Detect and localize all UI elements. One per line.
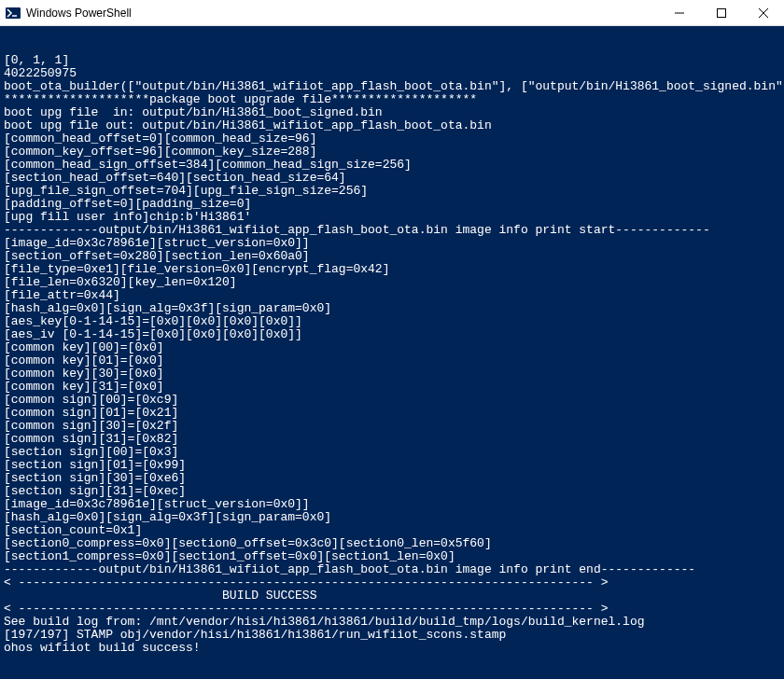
terminal-line: -------------output/bin/Hi3861_wifiiot_a…	[4, 224, 780, 237]
terminal-line: [section sign][30]=[0xe6]	[4, 472, 780, 485]
terminal-line: [common sign][01]=[0x21]	[4, 407, 780, 420]
terminal-line: [common key][00]=[0x0]	[4, 341, 780, 354]
title-bar: Windows PowerShell	[0, 0, 784, 26]
terminal-line: [hash_alg=0x0][sign_alg=0x3f][sign_param…	[4, 511, 780, 524]
terminal-line: boot upg file in: output/bin/Hi3861_boot…	[4, 106, 780, 119]
terminal-line: boot upg file out: output/bin/Hi3861_wif…	[4, 119, 780, 132]
terminal-line: [aes_key[0-1-14-15]=[0x0][0x0][0x0][0x0]…	[4, 315, 780, 328]
terminal-line: [section1_compress=0x0][section1_offset=…	[4, 550, 780, 563]
terminal-line: [common key][30]=[0x0]	[4, 367, 780, 381]
terminal-line: [common_head_sign_offset=384][common_hea…	[4, 159, 780, 172]
terminal-line: < --------------------------------------…	[4, 603, 780, 616]
terminal-line: [section_offset=0x280][section_len=0x60a…	[4, 250, 780, 263]
terminal-line: [file_attr=0x44]	[4, 289, 780, 302]
terminal-line: boot_ota_builder(["output/bin/Hi3861_wif…	[4, 80, 780, 93]
maximize-button[interactable]	[700, 0, 742, 26]
close-button[interactable]	[742, 0, 784, 26]
terminal-line: [image_id=0x3c78961e][struct_version=0x0…	[4, 498, 780, 511]
terminal-line: [common_key_offset=96][common_key_size=2…	[4, 146, 780, 159]
terminal-line: [image_id=0x3c78961e][struct_version=0x0…	[4, 237, 780, 250]
terminal-line: [section sign][01]=[0x99]	[4, 459, 780, 472]
terminal-line: [aes_iv [0-1-14-15]=[0x0][0x0][0x0][0x0]…	[4, 328, 780, 341]
terminal-line: [section_count=0x1]	[4, 524, 780, 537]
window-controls	[658, 0, 784, 25]
terminal-line: 4022250975	[4, 67, 780, 80]
terminal-line: [common_head_offset=0][common_head_size=…	[4, 132, 780, 146]
terminal-line: [0, 1, 1]	[4, 54, 780, 67]
terminal-line: -------------output/bin/Hi3861_wifiiot_a…	[4, 563, 780, 576]
terminal-line: < --------------------------------------…	[4, 576, 780, 589]
terminal-line: BUILD SUCCESS	[4, 589, 780, 603]
terminal-line: [197/197] STAMP obj/vendor/hisi/hi3861/h…	[4, 629, 780, 642]
terminal-line: [file_type=0xe1][file_version=0x0][encry…	[4, 263, 780, 276]
terminal-line: [upg_file_sign_offset=704][upg_file_sign…	[4, 185, 780, 198]
terminal-line: ********************package boot upgrade…	[4, 93, 780, 106]
svg-rect-3	[717, 9, 725, 18]
title-left: Windows PowerShell	[6, 6, 132, 21]
window-title: Windows PowerShell	[26, 7, 132, 20]
terminal-line: ohos wifiiot build success!	[4, 642, 780, 655]
terminal-line: [section sign][31]=[0xec]	[4, 485, 780, 498]
terminal-line: [padding_offset=0][padding_size=0]	[4, 198, 780, 211]
terminal-line: [section_head_offset=640][section_head_s…	[4, 172, 780, 185]
terminal-line: [common sign][31]=[0x82]	[4, 433, 780, 446]
minimize-button[interactable]	[658, 0, 700, 26]
terminal-output[interactable]: [0, 1, 1]4022250975boot_ota_builder(["ou…	[0, 26, 784, 679]
terminal-line: [hash_alg=0x0][sign_alg=0x3f][sign_param…	[4, 302, 780, 315]
terminal-line: [upg fill user info]chip:b'Hi3861'	[4, 211, 780, 224]
terminal-line: [section0_compress=0x0][section0_offset=…	[4, 537, 780, 550]
terminal-line: [section sign][00]=[0x3]	[4, 446, 780, 459]
terminal-line: [file_len=0x6320][key_len=0x120]	[4, 276, 780, 289]
terminal-line: [common sign][00]=[0xc9]	[4, 394, 780, 407]
terminal-line: [common key][31]=[0x0]	[4, 381, 780, 394]
terminal-line: [common key][01]=[0x0]	[4, 354, 780, 367]
terminal-line: See build log from: /mnt/vendor/hisi/hi3…	[4, 616, 780, 629]
terminal-line: [common sign][30]=[0x2f]	[4, 420, 780, 433]
powershell-icon	[6, 6, 21, 21]
terminal-lines: [0, 1, 1]4022250975boot_ota_builder(["ou…	[4, 54, 780, 655]
